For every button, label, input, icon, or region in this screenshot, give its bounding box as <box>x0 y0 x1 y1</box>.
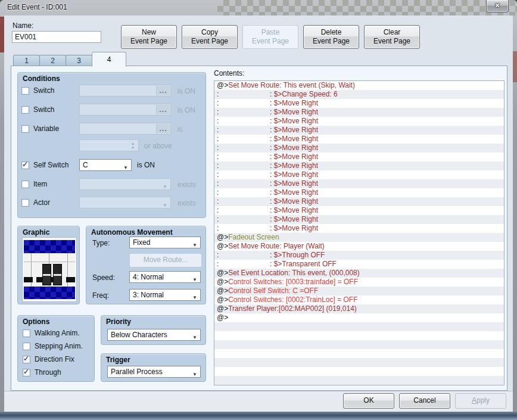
speed-label: Speed: <box>92 273 115 282</box>
switch1-checkbox[interactable]: ✓ <box>21 87 29 95</box>
event-command-row[interactable]: :: $>Move Right <box>214 215 504 224</box>
movement-freq-select[interactable]: 3: Normal ▼ <box>129 289 201 301</box>
spin-down-icon[interactable]: ▼ <box>131 146 135 150</box>
button-label: Event Page <box>252 37 289 46</box>
event-command-row[interactable]: :: $>Move Right <box>214 197 504 206</box>
event-command-row[interactable]: :: $>Move Right <box>214 135 504 144</box>
new-event-page-button[interactable]: New Event Page <box>121 25 177 49</box>
tab-page-4[interactable]: 4 <box>92 52 126 67</box>
event-command-row[interactable]: :: $>Move Right <box>214 117 504 126</box>
graphic-preview[interactable] <box>22 237 77 302</box>
button-label: Event Page <box>373 37 410 46</box>
variable-checkbox[interactable]: ✓ <box>21 125 29 133</box>
close-button[interactable]: ✕ <box>486 0 509 13</box>
apply-button[interactable]: Apply <box>455 393 506 409</box>
footer-strip: OK Cancel Apply <box>4 391 513 412</box>
item-suffix: exists <box>177 181 196 189</box>
copy-event-page-button[interactable]: Copy Event Page <box>182 25 238 49</box>
chevron-down-icon: ▼ <box>192 332 197 343</box>
event-command-row[interactable]: :: $>Move Right <box>214 126 504 135</box>
browse-icon[interactable]: ... <box>156 105 170 114</box>
clear-event-page-button[interactable]: Clear Event Page <box>364 25 420 49</box>
button-label: Clear <box>384 28 401 37</box>
title-bar[interactable]: Edit Event - ID:001 ✕ <box>0 0 517 15</box>
switch2-label: Switch <box>33 105 54 114</box>
switch1-label: Switch <box>33 86 54 95</box>
trigger-select[interactable]: Parallel Process ▼ <box>107 366 201 378</box>
event-command-row[interactable]: :: $>Move Right <box>214 179 504 188</box>
window-bottom-border <box>0 412 517 420</box>
event-command-row[interactable]: :: $>Move Right <box>214 206 504 215</box>
self-switch-checkbox[interactable]: ✓ <box>21 161 29 169</box>
through-label: Through <box>35 368 61 377</box>
event-command-row[interactable]: @>Set Move Route: This event (Skip, Wait… <box>214 81 504 90</box>
tab-page-3[interactable]: 3 <box>66 55 92 67</box>
tab-page-2[interactable]: 2 <box>39 55 66 67</box>
priority-group: Priority Below Characters ▼ <box>101 315 206 345</box>
chevron-down-icon: ▼ <box>192 275 197 285</box>
spin-up-icon[interactable]: ▲ <box>131 142 135 145</box>
event-command-row[interactable]: @>Control Switches: [0003:trainfade] = O… <box>214 278 504 287</box>
type-label: Type: <box>92 239 110 247</box>
direction-fix-checkbox[interactable]: ✓ <box>23 356 30 363</box>
priority-select[interactable]: Below Characters ▼ <box>107 329 201 341</box>
graphic-group: Graphic <box>17 226 80 304</box>
event-command-row[interactable]: :: $>Transparent OFF <box>214 260 504 269</box>
button-label: New <box>142 28 156 37</box>
button-label: Event Page <box>191 37 228 46</box>
tab-page-1[interactable]: 1 <box>13 55 40 67</box>
browse-icon[interactable]: ... <box>156 124 170 133</box>
window-title: Edit Event - ID:001 <box>7 3 67 11</box>
event-command-row[interactable]: @>Control Self Switch: C =OFF <box>214 287 504 295</box>
movement-speed-select[interactable]: 4: Normal ▼ <box>129 271 201 283</box>
cancel-button[interactable]: Cancel <box>399 393 450 409</box>
actor-checkbox[interactable]: ✓ <box>21 199 29 207</box>
self-switch-select[interactable]: C ▼ <box>79 159 132 171</box>
conditions-title: Conditions <box>23 74 60 83</box>
event-command-row[interactable]: :: $>Move Right <box>214 153 504 161</box>
browse-icon[interactable]: ... <box>156 86 170 95</box>
event-command-row[interactable]: :: $>Through OFF <box>214 251 504 260</box>
variable-value-spinner[interactable]: ▲ ▼ <box>79 139 139 151</box>
event-command-row[interactable]: :: $>Move Right <box>214 144 504 153</box>
ok-button[interactable]: OK <box>343 393 394 409</box>
event-command-row[interactable]: :: $>Change Speed: 6 <box>214 90 504 99</box>
event-command-row[interactable]: :: $>Move Right <box>214 108 504 117</box>
item-checkbox[interactable]: ✓ <box>21 181 29 188</box>
self-switch-suffix: is ON <box>137 161 155 169</box>
stepping-anim-checkbox[interactable]: ✓ <box>23 343 30 350</box>
spinner-arrows[interactable]: ▲ ▼ <box>128 141 138 150</box>
titlebar-glass-texture <box>217 0 517 15</box>
event-command-row[interactable]: @>Control Switches: [0002:TrainLoc] = OF… <box>214 295 504 304</box>
event-command-row[interactable]: :: $>Move Right <box>214 188 504 197</box>
paste-event-page-button[interactable]: Paste Event Page <box>242 25 298 49</box>
through-checkbox[interactable]: ✓ <box>23 369 30 377</box>
delete-event-page-button[interactable]: Delete Event Page <box>303 25 359 49</box>
walking-anim-checkbox[interactable]: ✓ <box>23 329 30 337</box>
variable-field[interactable]: ... <box>79 123 171 135</box>
movement-type-select[interactable]: Fixed ▼ <box>129 237 201 248</box>
event-command-row[interactable]: :: $>Move Right <box>214 170 504 179</box>
switch2-field[interactable]: ... <box>79 104 171 116</box>
event-name-input[interactable] <box>12 31 101 43</box>
event-command-row[interactable]: @>Set Event Location: This event, (000,0… <box>214 269 504 278</box>
event-command-row[interactable]: @>Set Move Route: Player (Wait) <box>214 242 504 251</box>
actor-select[interactable]: ▼ <box>79 197 171 209</box>
switch2-checkbox[interactable]: ✓ <box>21 106 29 114</box>
contents-listbox[interactable]: @>Set Move Route: This event (Skip, Wait… <box>214 80 504 385</box>
tile-art-top-band <box>24 240 75 253</box>
event-command-row[interactable]: :: $>Move Right <box>214 224 504 233</box>
actor-label: Actor <box>33 198 50 207</box>
trigger-value: Parallel Process <box>111 368 163 376</box>
event-command-row[interactable]: @> <box>214 313 504 322</box>
event-command-row[interactable]: @>Fadeout Screen <box>214 233 504 242</box>
self-switch-value: C <box>83 161 88 169</box>
event-command-row[interactable]: :: $>Move Right <box>214 99 504 108</box>
stepping-anim-label: Stepping Anim. <box>35 342 83 350</box>
check-icon: ✓ <box>23 368 29 376</box>
move-route-button[interactable]: Move Route... <box>129 253 202 267</box>
switch1-field[interactable]: ... <box>79 85 171 97</box>
event-command-row[interactable]: @>Transfer Player:[002:MAP002] (019,014) <box>214 304 504 313</box>
item-select[interactable]: ▼ <box>79 178 171 190</box>
event-command-row[interactable]: :: $>Move Right <box>214 161 504 170</box>
